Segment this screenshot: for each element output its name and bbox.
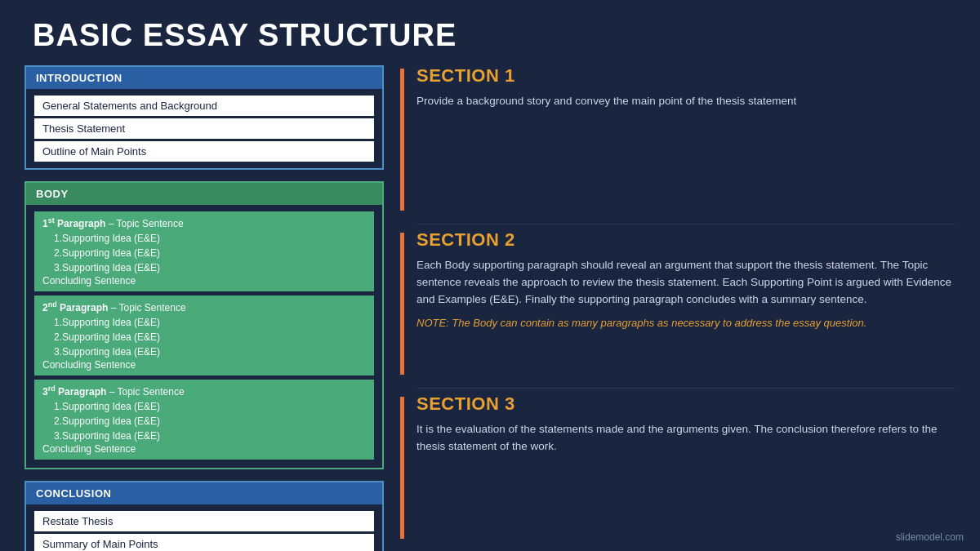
section-1-text: Provide a background story and convey th… — [416, 93, 956, 110]
introduction-header: INTRODUCTION — [26, 67, 382, 89]
main-title: BASIC ESSAY STRUCTURE — [0, 0, 980, 61]
intro-item-1: General Statements and Background — [34, 96, 374, 116]
para-1-concluding: Concluding Sentence — [42, 275, 366, 287]
para-2-sub: 1.Supporting Idea (E&E) 2.Supporting Ide… — [42, 315, 366, 359]
section-3-block: SECTION 3 It is the evaluation of the st… — [416, 393, 956, 547]
para-1-sub: 1.Supporting Idea (E&E) 2.Supporting Ide… — [42, 231, 366, 275]
body-header: BODY — [26, 183, 382, 205]
body-box: BODY 1st Paragraph – Topic Sentence 1.Su… — [24, 181, 384, 469]
divider-1 — [416, 224, 956, 224]
conclusion-header: CONCLUSION — [26, 482, 382, 504]
para-3-sub: 1.Supporting Idea (E&E) 2.Supporting Ide… — [42, 399, 366, 443]
credit-text: slidemodel.com — [896, 531, 964, 543]
section-2-note: NOTE: The Body can contain as many parag… — [416, 315, 956, 331]
paragraph-3: 3rd Paragraph – Topic Sentence 1.Support… — [34, 380, 374, 460]
paragraph-1: 1st Paragraph – Topic Sentence 1.Support… — [34, 211, 374, 291]
introduction-items: General Statements and Background Thesis… — [26, 89, 382, 168]
section-2-title: SECTION 2 — [416, 229, 956, 251]
conclusion-item-2: Summary of Main Points — [34, 534, 374, 551]
section-2-text: Each Body supporting paragraph should re… — [416, 257, 956, 309]
section-1-block: SECTION 1 Provide a background story and… — [416, 65, 956, 219]
left-column: INTRODUCTION General Statements and Back… — [24, 61, 384, 547]
para-2-title: 2nd Paragraph – Topic Sentence — [42, 300, 366, 313]
para-3-title: 3rd Paragraph – Topic Sentence — [42, 384, 366, 398]
paragraph-2: 2nd Paragraph – Topic Sentence 1.Support… — [34, 295, 374, 375]
right-column: SECTION 1 Provide a background story and… — [384, 61, 956, 547]
intro-item-3: Outline of Main Points — [34, 141, 374, 162]
divider-2 — [416, 388, 956, 389]
section-3-title: SECTION 3 — [416, 393, 956, 415]
para-3-concluding: Concluding Sentence — [42, 443, 366, 455]
para-2-concluding: Concluding Sentence — [42, 359, 366, 371]
body-items: 1st Paragraph – Topic Sentence 1.Support… — [26, 205, 382, 468]
section-1-title: SECTION 1 — [416, 65, 956, 87]
section-2-block: SECTION 2 Each Body supporting paragraph… — [416, 229, 956, 383]
conclusion-box: CONCLUSION Restate Thesis Summary of Mai… — [24, 481, 384, 551]
para-1-title: 1st Paragraph – Topic Sentence — [42, 216, 366, 229]
conclusion-item-1: Restate Thesis — [34, 511, 374, 531]
intro-item-2: Thesis Statement — [34, 118, 374, 139]
introduction-box: INTRODUCTION General Statements and Back… — [24, 65, 384, 170]
conclusion-items: Restate Thesis Summary of Main Points Fi… — [26, 504, 382, 551]
section-3-text: It is the evaluation of the statements m… — [416, 421, 956, 455]
